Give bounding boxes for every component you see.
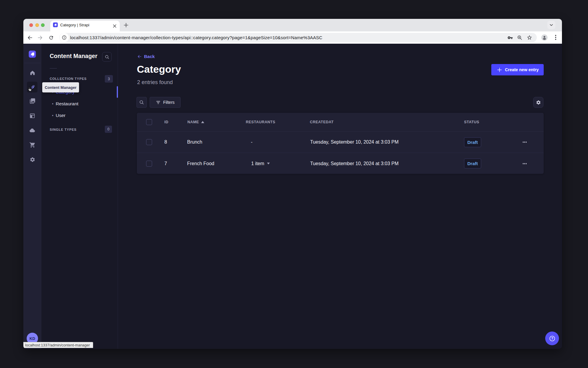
svg-text:?: ?	[551, 337, 553, 340]
